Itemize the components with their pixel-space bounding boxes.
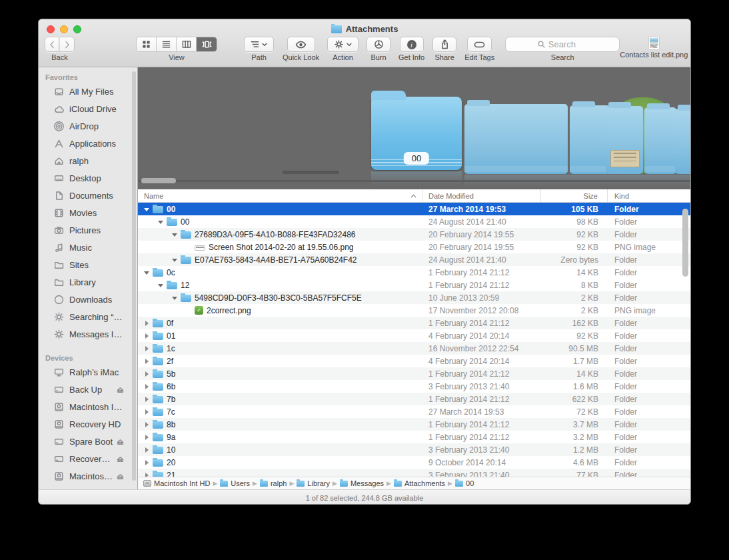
- disclosure-triangle-icon[interactable]: [143, 333, 151, 339]
- front-folder-icon[interactable]: 00: [371, 97, 462, 170]
- table-row[interactable]: 27689D3A-09F5-4A10-B088-FE43FAD3248620 F…: [138, 228, 690, 241]
- sidebar-item-messages-i[interactable]: Messages I…: [39, 325, 137, 343]
- table-row[interactable]: 5b1 February 2014 21:1214 KBFolder: [138, 367, 690, 380]
- sidebar-item-macintosh-i[interactable]: Macintosh I…: [39, 398, 137, 415]
- breadcrumb-item-messages[interactable]: Messages: [340, 479, 384, 487]
- table-row[interactable]: 7b1 February 2014 21:12622 KBFolder: [138, 393, 690, 405]
- sidebar-item-spare-boot[interactable]: Spare Boot: [39, 433, 137, 450]
- disclosure-triangle-icon[interactable]: [143, 447, 151, 453]
- sidebar-item-sites[interactable]: Sites: [39, 256, 137, 273]
- sidebar-item-library[interactable]: Library: [39, 273, 137, 291]
- sidebar-item-macintos[interactable]: Macintos…: [39, 467, 137, 485]
- table-row[interactable]: 213 February 2013 21:4077 KBFolder: [138, 469, 690, 477]
- breadcrumb-item-macintosh-int-hd[interactable]: Macintosh Int HD: [143, 479, 210, 487]
- disclosure-triangle-icon[interactable]: [171, 295, 179, 301]
- table-row[interactable]: 209 October 2014 20:144.6 MBFolder: [138, 456, 690, 469]
- stack-folder-icon[interactable]: [464, 104, 568, 174]
- table-row[interactable]: 6b3 February 2013 21:401.6 MBFolder: [138, 380, 690, 393]
- column-header-name[interactable]: Name: [138, 189, 422, 202]
- table-row[interactable]: E07AE763-5843-4A4B-BE71-A75A60B24F4224 A…: [138, 253, 690, 266]
- sidebar-item-documents[interactable]: Documents: [39, 187, 137, 204]
- table-row[interactable]: 8b1 February 2014 21:123.7 MBFolder: [138, 418, 690, 431]
- table-row[interactable]: 103 February 2013 21:401.2 MBFolder: [138, 443, 690, 456]
- action-button[interactable]: [327, 37, 359, 52]
- get-info-button[interactable]: i: [400, 37, 424, 52]
- sidebar-scrollbar[interactable]: [132, 71, 136, 481]
- sidebar-item-all-my-files[interactable]: All My Files: [39, 83, 137, 100]
- cover-flow-scrollbar-track[interactable]: [138, 180, 690, 182]
- table-row[interactable]: ✓2correct.png17 November 2012 20:082 KBP…: [138, 304, 690, 317]
- share-button[interactable]: [432, 37, 456, 52]
- toolbar-file-proxy[interactable]: PNG Contacts list edit.png: [620, 37, 688, 59]
- quick-look-button[interactable]: [287, 37, 315, 52]
- cover-flow-scrollbar-thumb[interactable]: [141, 178, 176, 183]
- disclosure-triangle-icon[interactable]: [143, 320, 151, 327]
- sidebar-item-searching[interactable]: Searching “…: [39, 308, 137, 325]
- disclosure-triangle-icon[interactable]: [143, 421, 151, 428]
- table-row[interactable]: Screen Shot 2014-02-20 at 19.55.06.png20…: [138, 241, 690, 253]
- view-coverflow-button[interactable]: [197, 37, 217, 51]
- breadcrumb-item-users[interactable]: Users: [220, 479, 250, 487]
- path-button[interactable]: [244, 37, 274, 52]
- sidebar-item-back-up[interactable]: Back Up: [39, 381, 137, 398]
- eject-icon[interactable]: [115, 453, 126, 465]
- breadcrumb-item-attachments[interactable]: Attachments: [394, 479, 445, 487]
- disclosure-triangle-icon[interactable]: [157, 282, 165, 289]
- sidebar-item-ralph-s-imac[interactable]: Ralph’s iMac: [39, 363, 137, 381]
- disclosure-triangle-icon[interactable]: [143, 345, 151, 352]
- table-row[interactable]: 0024 August 2014 21:4098 KBFolder: [138, 215, 690, 228]
- view-list-button[interactable]: [157, 37, 177, 51]
- eject-icon[interactable]: [115, 436, 126, 447]
- disclosure-triangle-icon[interactable]: [171, 257, 179, 263]
- cover-flow-area[interactable]: 00: [138, 67, 690, 189]
- stack-folder-icon[interactable]: [644, 107, 676, 174]
- view-icons-button[interactable]: [137, 37, 157, 51]
- eject-icon[interactable]: [115, 384, 126, 395]
- disclosure-triangle-icon[interactable]: [143, 358, 151, 365]
- disclosure-triangle-icon[interactable]: [143, 396, 151, 403]
- sidebar-item-movies[interactable]: Movies: [39, 204, 137, 221]
- search-field[interactable]: [505, 37, 620, 52]
- disclosure-triangle-icon[interactable]: [143, 269, 151, 276]
- column-header-date-modified[interactable]: Date Modified: [422, 189, 541, 202]
- table-row[interactable]: 121 February 2014 21:128 KBFolder: [138, 279, 690, 291]
- back-button[interactable]: [45, 37, 59, 52]
- table-row[interactable]: 9a1 February 2014 21:123.2 MBFolder: [138, 431, 690, 443]
- stack-folder-icon[interactable]: [570, 105, 610, 174]
- disclosure-triangle-icon[interactable]: [171, 231, 179, 238]
- forward-button[interactable]: [60, 37, 75, 52]
- view-columns-button[interactable]: [177, 37, 197, 51]
- sidebar-item-desktop[interactable]: Desktop: [39, 169, 137, 187]
- disclosure-triangle-icon[interactable]: [143, 383, 151, 390]
- sidebar-item-airdrop[interactable]: AirDrop: [39, 117, 137, 135]
- stack-folder-icon[interactable]: [606, 106, 643, 174]
- table-row[interactable]: 0f1 February 2014 21:12162 KBFolder: [138, 317, 690, 329]
- column-header-size[interactable]: Size: [541, 189, 608, 202]
- table-row[interactable]: 7c27 March 2014 19:5372 KBFolder: [138, 405, 690, 418]
- disclosure-triangle-icon[interactable]: [143, 206, 151, 213]
- sidebar-item-item[interactable]: [39, 485, 137, 489]
- disclosure-triangle-icon[interactable]: [143, 409, 151, 415]
- stack-folder-icon[interactable]: [675, 109, 690, 174]
- search-input[interactable]: [548, 39, 588, 49]
- edit-tags-button[interactable]: [467, 37, 492, 52]
- table-row[interactable]: 014 February 2014 20:1492 KBFolder: [138, 329, 690, 342]
- table-row[interactable]: 0c1 February 2014 21:1214 KBFolder: [138, 266, 690, 279]
- list-scrollbar[interactable]: [680, 203, 690, 477]
- table-row[interactable]: 5498CD9D-D0F3-4B30-B3C0-5BA57F5FCF5E10 J…: [138, 291, 690, 304]
- sidebar-item-ralph[interactable]: ralph: [39, 152, 137, 169]
- disclosure-triangle-icon[interactable]: [143, 472, 151, 477]
- disclosure-triangle-icon[interactable]: [157, 219, 165, 225]
- eject-icon[interactable]: [115, 471, 126, 482]
- list-scrollbar-thumb[interactable]: [682, 209, 688, 277]
- sidebar-item-recovery-hd[interactable]: Recovery HD: [39, 415, 137, 433]
- table-row[interactable]: 1c16 November 2012 22:5490.5 MBFolder: [138, 342, 690, 355]
- cover-flow-resize-grip[interactable]: [283, 171, 339, 174]
- breadcrumb-item-00[interactable]: 00: [455, 479, 474, 487]
- sidebar-item-icloud-drive[interactable]: iCloud Drive: [39, 100, 137, 117]
- sidebar-item-applications[interactable]: Applications: [39, 135, 137, 152]
- sidebar-item-downloads[interactable]: Downloads: [39, 291, 137, 308]
- table-row[interactable]: 0027 March 2014 19:53105 KBFolder: [138, 203, 690, 215]
- breadcrumb-item-ralph[interactable]: ralph: [260, 479, 287, 487]
- sidebar-item-pictures[interactable]: Pictures: [39, 221, 137, 239]
